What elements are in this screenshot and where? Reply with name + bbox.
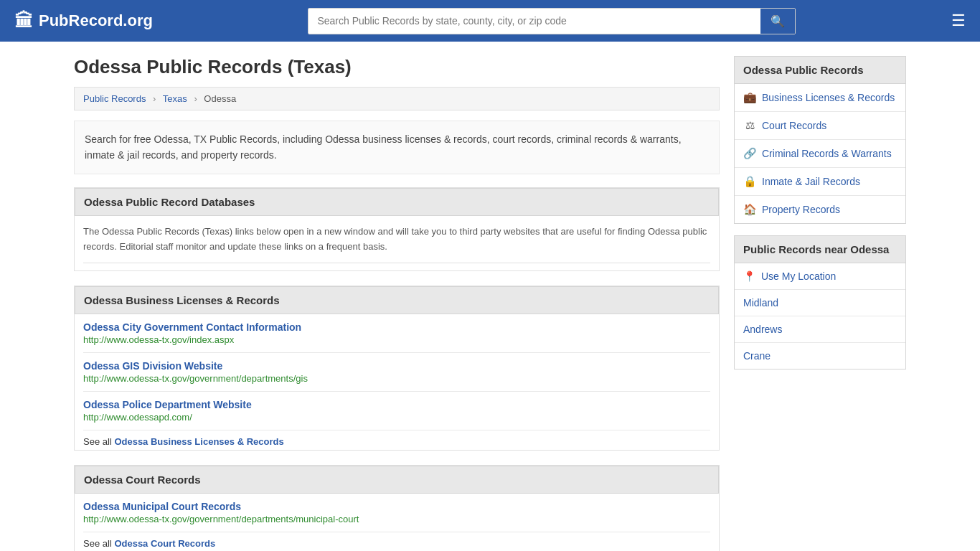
sidebar-label: Business Licenses & Records (762, 92, 895, 103)
sidebar-item-criminal[interactable]: 🔗 Criminal Records & Warrants (735, 140, 905, 168)
business-section: Odessa Business Licenses & Records Odess… (74, 286, 720, 451)
sidebar-label: Court Records (762, 120, 826, 131)
nearby-andrews-link[interactable]: Andrews (743, 324, 782, 335)
record-url-link[interactable]: http://www.odessa-tx.gov/index.aspx (83, 334, 234, 345)
record-entry: Odessa Police Department Website http://… (83, 392, 710, 430)
sidebar-label: Criminal Records & Warrants (762, 148, 892, 159)
site-header: 🏛 PubRecord.org 🔍 ☰ (0, 0, 980, 42)
record-url: http://www.odessa-tx.gov/index.aspx (83, 334, 710, 345)
use-location-label: Use My Location (761, 270, 836, 282)
sidebar-records-title: Odessa Public Records (734, 56, 906, 84)
court-section: Odessa Court Records Odessa Municipal Co… (74, 465, 720, 551)
page-description: Search for free Odessa, TX Public Record… (74, 121, 720, 174)
record-entry: Odessa Municipal Court Records http://ww… (83, 494, 710, 532)
business-see-all-link[interactable]: Odessa Business Licenses & Records (114, 436, 283, 447)
scales-icon: ⚖ (743, 119, 756, 132)
record-entry: Odessa City Government Contact Informati… (83, 314, 710, 353)
sidebar-item-court[interactable]: ⚖ Court Records (735, 112, 905, 140)
nearby-crane-link[interactable]: Crane (743, 350, 771, 362)
court-see-all-link[interactable]: Odessa Court Records (114, 538, 215, 549)
sidebar-nearby-title: Public Records near Odessa (734, 235, 906, 263)
logo-text: PubRecord.org (39, 11, 153, 30)
record-title: Odessa Municipal Court Records (83, 501, 710, 512)
page-title: Odessa Public Records (Texas) (74, 56, 720, 78)
nearby-crane: Crane (735, 343, 905, 369)
record-url-link[interactable]: http://www.odessa-tx.gov/government/depa… (83, 373, 308, 384)
record-url: http://www.odessapd.com/ (83, 412, 710, 423)
breadcrumb-texas[interactable]: Texas (163, 93, 187, 104)
breadcrumb: Public Records › Texas › Odessa (74, 87, 720, 110)
record-link[interactable]: Odessa GIS Division Website (83, 360, 222, 372)
breadcrumb-sep1: › (153, 93, 156, 104)
record-url: http://www.odessa-tx.gov/government/depa… (83, 514, 710, 524)
record-link[interactable]: Odessa Police Department Website (83, 399, 252, 410)
databases-header: Odessa Public Record Databases (75, 188, 719, 216)
business-section-header: Odessa Business Licenses & Records (75, 286, 719, 314)
nearby-andrews: Andrews (735, 316, 905, 343)
nearby-midland-link[interactable]: Midland (743, 297, 778, 309)
record-link[interactable]: Odessa Municipal Court Records (83, 501, 241, 512)
search-area: 🔍 (308, 8, 796, 34)
record-title: Odessa GIS Division Website (83, 360, 710, 372)
sidebar-links: 💼 Business Licenses & Records ⚖ Court Re… (734, 84, 906, 224)
search-button[interactable]: 🔍 (760, 9, 795, 34)
court-see-all: See all Odessa Court Records (83, 532, 710, 551)
location-pin-icon: 📍 (743, 270, 755, 282)
breadcrumb-sep2: › (194, 93, 197, 104)
record-url: http://www.odessa-tx.gov/government/depa… (83, 373, 710, 384)
search-icon: 🔍 (771, 15, 785, 27)
lock-icon: 🔒 (743, 175, 756, 188)
sidebar-label: Inmate & Jail Records (762, 176, 860, 187)
home-icon: 🏠 (743, 203, 756, 216)
search-form: 🔍 (308, 8, 796, 34)
sidebar: Odessa Public Records 💼 Business License… (734, 56, 906, 551)
record-title: Odessa Police Department Website (83, 399, 710, 410)
site-logo[interactable]: 🏛 PubRecord.org (14, 10, 153, 32)
sidebar-item-business[interactable]: 💼 Business Licenses & Records (735, 84, 905, 112)
main-container: Odessa Public Records (Texas) Public Rec… (60, 42, 920, 551)
sidebar-label: Property Records (762, 204, 840, 215)
see-all-prefix: See all (83, 538, 112, 549)
content-area: Odessa Public Records (Texas) Public Rec… (74, 56, 720, 551)
record-url-link[interactable]: http://www.odessapd.com/ (83, 412, 192, 423)
business-see-all: See all Odessa Business Licenses & Recor… (83, 430, 710, 450)
record-link[interactable]: Odessa City Government Contact Informati… (83, 321, 301, 333)
nearby-midland: Midland (735, 290, 905, 316)
databases-section: Odessa Public Record Databases The Odess… (74, 187, 720, 272)
sidebar-item-property[interactable]: 🏠 Property Records (735, 196, 905, 223)
link-icon: 🔗 (743, 147, 756, 160)
briefcase-icon: 💼 (743, 91, 756, 104)
databases-description: The Odessa Public Records (Texas) links … (83, 216, 710, 264)
sidebar-nearby-links: 📍 Use My Location Midland Andrews Crane (734, 263, 906, 369)
record-entry: Odessa GIS Division Website http://www.o… (83, 353, 710, 392)
breadcrumb-public-records[interactable]: Public Records (83, 93, 146, 104)
menu-icon[interactable]: ☰ (951, 11, 966, 30)
sidebar-item-inmate[interactable]: 🔒 Inmate & Jail Records (735, 168, 905, 196)
search-input[interactable] (308, 9, 760, 34)
see-all-prefix: See all (83, 436, 112, 447)
breadcrumb-odessa: Odessa (204, 93, 236, 104)
use-my-location[interactable]: 📍 Use My Location (735, 263, 905, 290)
record-url-link[interactable]: http://www.odessa-tx.gov/government/depa… (83, 514, 359, 524)
court-section-header: Odessa Court Records (75, 466, 719, 494)
logo-icon: 🏛 (14, 10, 33, 32)
record-title: Odessa City Government Contact Informati… (83, 321, 710, 333)
